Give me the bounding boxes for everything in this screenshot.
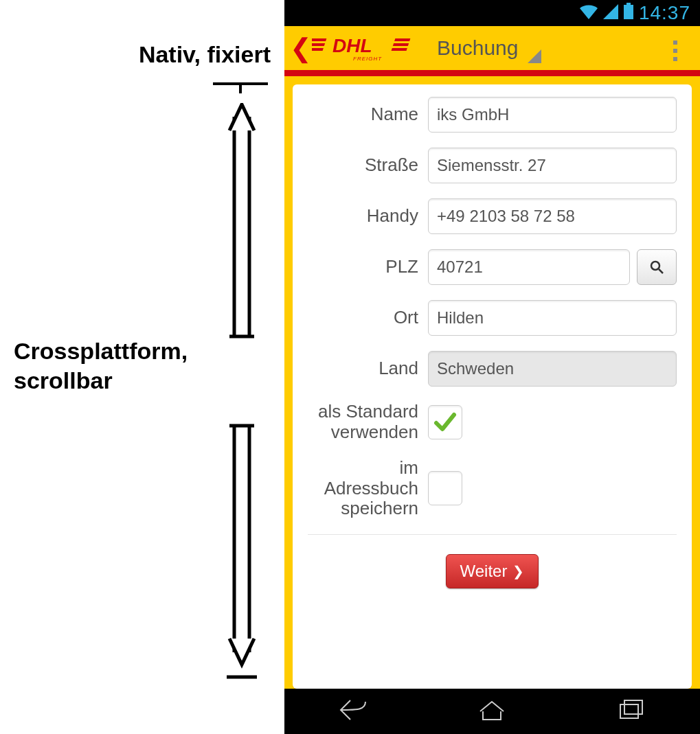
row-name: Name <box>308 97 677 133</box>
checkmark-icon <box>433 411 457 434</box>
row-city: Ort <box>308 300 677 336</box>
dhl-logo[interactable]: DHL FREIGHT <box>312 33 429 63</box>
page-title[interactable]: Buchung <box>437 36 518 60</box>
select-country[interactable]: Schweden <box>428 351 677 387</box>
nav-recents-button[interactable] <box>613 696 648 726</box>
dropdown-indicator-icon[interactable] <box>528 49 541 66</box>
row-country: Land Schweden <box>308 351 677 387</box>
svg-point-17 <box>651 262 659 270</box>
wifi-icon <box>580 2 598 24</box>
checkbox-save-address[interactable] <box>428 471 462 505</box>
separator <box>308 534 677 535</box>
zip-search-button[interactable] <box>637 249 677 285</box>
svg-rect-8 <box>624 5 633 19</box>
row-save-address: im Adressbuch speichern <box>308 458 677 520</box>
svg-rect-7 <box>626 3 631 5</box>
label-save-address: im Adressbuch speichern <box>308 458 428 520</box>
back-icon[interactable]: ❮ <box>287 33 312 63</box>
svg-rect-9 <box>312 38 326 41</box>
row-street: Straße <box>308 148 677 183</box>
svg-rect-13 <box>394 38 410 41</box>
label-city: Ort <box>308 308 428 328</box>
svg-rect-20 <box>624 700 642 714</box>
overflow-menu-button[interactable] <box>662 26 689 76</box>
continue-button[interactable]: Weiter ❯ <box>446 554 539 588</box>
continue-label: Weiter <box>460 562 508 581</box>
action-bar: ❮ DHL FREIGHT Buchung <box>284 26 700 70</box>
tick-mark-vert <box>239 82 242 93</box>
label-zip: PLZ <box>308 257 428 277</box>
double-arrow-icon <box>227 103 257 680</box>
android-nav-bar <box>284 689 700 734</box>
input-city[interactable] <box>428 300 677 336</box>
nav-back-button[interactable] <box>337 696 371 726</box>
svg-rect-15 <box>392 48 407 51</box>
chevron-right-icon: ❯ <box>512 563 524 580</box>
input-name[interactable] <box>428 97 677 133</box>
svg-text:DHL: DHL <box>332 35 372 56</box>
row-zip: PLZ <box>308 249 677 285</box>
annotation-top-label: Nativ, fixiert <box>14 41 271 68</box>
svg-text:FREIGHT: FREIGHT <box>353 56 382 62</box>
checkbox-use-default[interactable] <box>428 405 462 439</box>
input-street[interactable] <box>428 148 677 183</box>
input-zip[interactable] <box>428 249 630 285</box>
red-accent-strip <box>284 70 700 76</box>
diagram-pane: Nativ, fixiert Crossplattform, scrollbar <box>0 0 284 734</box>
input-mobile[interactable] <box>428 198 677 234</box>
android-status-bar: 14:37 <box>284 0 700 26</box>
annotation-mid-label: Crossplattform, scrollbar <box>14 336 188 395</box>
label-mobile: Handy <box>308 206 428 227</box>
svg-rect-10 <box>312 43 325 46</box>
svg-line-18 <box>659 269 663 273</box>
label-name: Name <box>308 104 428 125</box>
booking-form: Name Straße Handy PLZ <box>293 84 692 689</box>
svg-rect-19 <box>620 704 638 718</box>
row-mobile: Handy <box>308 198 677 234</box>
nav-home-button[interactable] <box>475 696 509 726</box>
search-icon <box>649 260 664 275</box>
phone-frame: 14:37 ❮ DHL FREIGHT Buchung <box>284 0 700 734</box>
status-time: 14:37 <box>639 2 690 24</box>
label-use-default: als Standard verwenden <box>308 402 428 443</box>
app-body: Name Straße Handy PLZ <box>284 76 700 689</box>
label-street: Straße <box>308 155 428 176</box>
battery-icon <box>624 2 633 24</box>
svg-rect-11 <box>312 48 324 51</box>
svg-rect-14 <box>393 43 409 46</box>
cell-signal-icon <box>603 2 618 24</box>
label-country: Land <box>308 358 428 379</box>
row-use-default: als Standard verwenden <box>308 402 677 443</box>
